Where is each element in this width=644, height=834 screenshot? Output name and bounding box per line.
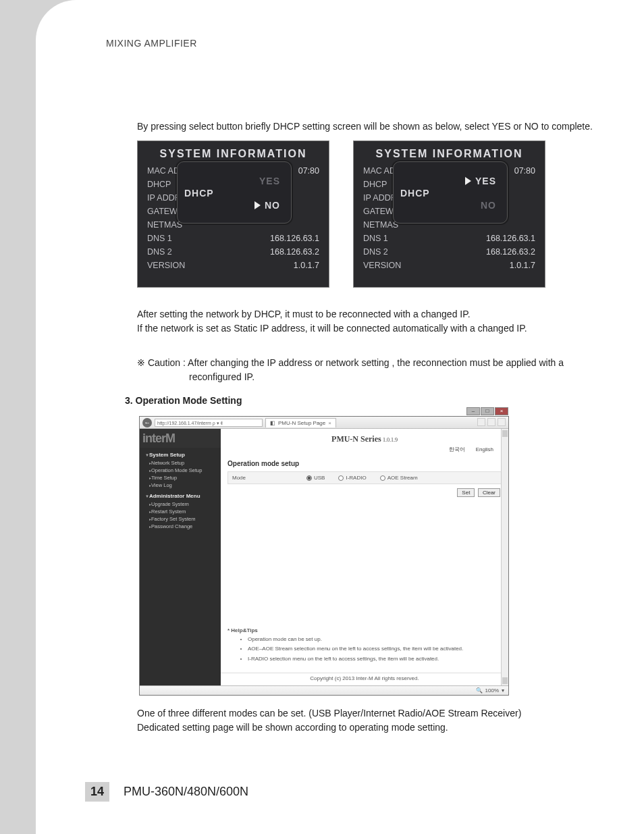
- play-icon: [465, 177, 471, 185]
- mode-row: Mode USB I-RADIO AOE Stream: [227, 471, 502, 484]
- tip-2: AOE–AOE Stream selection menu on the lef…: [248, 646, 502, 652]
- sidebar: interM System Setup Network Setup Operat…: [140, 429, 221, 685]
- scrollbar[interactable]: [501, 429, 508, 685]
- help-tips: * Help&Tips Operation mode can be set up…: [227, 627, 502, 665]
- close-icon[interactable]: ×: [495, 407, 508, 415]
- footer-model: PMU-360N/480N/600N: [124, 782, 248, 802]
- lang-korean[interactable]: 한국어: [449, 446, 465, 452]
- popup-title: DHCP: [400, 186, 430, 200]
- zoom-level: 100%: [485, 687, 499, 694]
- sidebar-group-admin-menu[interactable]: Administrator Menu: [140, 489, 221, 500]
- intro-text: By pressing select button briefly DHCP s…: [137, 120, 623, 134]
- content-title: Operation mode setup: [221, 457, 508, 471]
- sidebar-group-system-setup[interactable]: System Setup: [140, 448, 221, 459]
- popup-option-yes-selected[interactable]: YES: [465, 174, 496, 188]
- tab-title: PMU-N Setup Page: [278, 420, 325, 426]
- main-panel: PMU-N Series 1.0.1.9 한국어 English Operati…: [221, 429, 508, 685]
- caution-text-2: reconfigured IP.: [189, 370, 254, 384]
- lcd-val-dns2: 168.126.63.2: [270, 245, 319, 259]
- page-content: interM System Setup Network Setup Operat…: [140, 429, 508, 685]
- after-text: After setting the network by DHCP, it mu…: [137, 307, 623, 336]
- play-icon: [254, 201, 261, 209]
- zoom-dropdown-icon[interactable]: ▾: [502, 687, 504, 694]
- sidebar-item-restart-system[interactable]: Restart System: [140, 508, 221, 515]
- lcd-screenshot-yes: SYSTEM INFORMATION MAC ADD07:80 DHCP IP …: [353, 140, 545, 288]
- firmware-version: 1.0.1.9: [383, 437, 398, 443]
- scroll-up-icon[interactable]: [502, 430, 508, 437]
- page-number: 14: [85, 782, 109, 802]
- popup-option-yes[interactable]: YES: [259, 174, 280, 188]
- sidebar-item-password-change[interactable]: Password Change: [140, 523, 221, 530]
- button-row: Set Clear: [221, 484, 508, 501]
- tip-3: I-RADIO selection menu on the left to ac…: [248, 656, 502, 662]
- radio-iradio[interactable]: [338, 475, 344, 481]
- set-button[interactable]: Set: [457, 488, 475, 497]
- tab-close-icon[interactable]: ×: [328, 420, 331, 426]
- lcd-val-version: 1.0.1.7: [294, 259, 319, 272]
- status-bar: 🔍 100% ▾: [140, 685, 508, 695]
- lcd-title: SYSTEM INFORMATION: [354, 141, 545, 164]
- lcd-key-netmask: NETMAS: [147, 218, 182, 232]
- tools-icon[interactable]: [498, 418, 506, 426]
- home-icon[interactable]: [477, 418, 485, 426]
- radio-aoe[interactable]: [380, 475, 385, 481]
- brand-logo: interM: [140, 429, 221, 448]
- lcd-title: SYSTEM INFORMATION: [138, 141, 329, 164]
- minimize-icon[interactable]: –: [466, 407, 480, 415]
- popup-option-no[interactable]: NO: [481, 199, 496, 212]
- lcd-key-dns1: DNS 1: [147, 232, 172, 245]
- lcd-key-dns2: DNS 2: [147, 245, 172, 259]
- address-bar: ← http://192.168.1.47/interm ρ ▾ ¢ ◧ PMU…: [140, 417, 508, 429]
- sidebar-item-network-setup[interactable]: Network Setup: [140, 459, 221, 467]
- series-title: PMU-N Series 1.0.1.9: [221, 429, 508, 446]
- tips-header: * Help&Tips: [227, 627, 502, 633]
- lcd-panel: SYSTEM INFORMATION MAC ADD07:80 DHCP IP …: [353, 140, 545, 288]
- sidebar-item-view-log[interactable]: View Log: [140, 481, 221, 489]
- radio-usb[interactable]: [306, 475, 312, 481]
- sidebar-item-operation-mode-setup[interactable]: Operation Mode Setup: [140, 467, 221, 474]
- lcd-key-version: VERSION: [147, 259, 185, 272]
- popup-option-no-selected[interactable]: NO: [254, 199, 280, 212]
- zoom-icon[interactable]: 🔍: [476, 687, 483, 694]
- outro-text: One of three different modes can be set.…: [137, 706, 623, 735]
- window-controls: – □ ×: [466, 407, 508, 415]
- lcd-panel: SYSTEM INFORMATION MAC ADD07:80 DHCP IP …: [137, 140, 329, 288]
- scroll-down-icon[interactable]: [502, 677, 508, 684]
- favorites-icon[interactable]: [487, 418, 495, 426]
- language-switch: 한국어 English: [221, 446, 508, 457]
- lang-english[interactable]: English: [476, 446, 493, 452]
- popup-title: DHCP: [184, 186, 214, 200]
- lcd-val-dns1: 168.126.63.1: [270, 232, 319, 245]
- lcd-screenshot-no: SYSTEM INFORMATION MAC ADD07:80 DHCP IP …: [137, 140, 329, 288]
- dhcp-popup-yes: DHCP YES NO: [393, 161, 508, 224]
- mode-usb[interactable]: USB: [306, 475, 325, 481]
- dhcp-popup-no: DHCP YES NO: [177, 161, 292, 224]
- maximize-icon[interactable]: □: [481, 407, 494, 415]
- url-input[interactable]: http://192.168.1.47/interm ρ ▾ ¢: [155, 419, 263, 427]
- mode-aoe[interactable]: AOE Stream: [380, 475, 418, 481]
- tip-1: Operation mode can be set up.: [248, 636, 502, 643]
- browser-screenshot: – □ × ← http://192.168.1.47/interm ρ ▾ ¢…: [139, 416, 509, 696]
- manual-page: MIXING AMPLIFIER By pressing select butt…: [36, 0, 644, 834]
- clear-button[interactable]: Clear: [478, 488, 500, 497]
- mode-iradio[interactable]: I-RADIO: [338, 475, 366, 481]
- sidebar-item-factory-set[interactable]: Factory Set System: [140, 515, 221, 523]
- section-heading: 3. Operation Mode Setting: [125, 395, 242, 406]
- browser-tab[interactable]: ◧ PMU-N Setup Page ×: [265, 418, 336, 427]
- lcd-val-mac: 07:80: [298, 164, 319, 178]
- sidebar-item-upgrade-system[interactable]: Upgrade System: [140, 500, 221, 508]
- copyright: Copyright (c) 2013 Inter-M All rights re…: [221, 673, 508, 681]
- sidebar-item-time-setup[interactable]: Time Setup: [140, 474, 221, 481]
- tab-favicon: ◧: [270, 420, 275, 426]
- lcd-key-dhcp: DHCP: [147, 178, 171, 191]
- mode-label: Mode: [232, 475, 306, 481]
- page-header: MIXING AMPLIFIER: [106, 38, 197, 49]
- caution-text: ※ Caution : After changing the IP addres…: [137, 356, 623, 370]
- back-button[interactable]: ←: [142, 418, 152, 427]
